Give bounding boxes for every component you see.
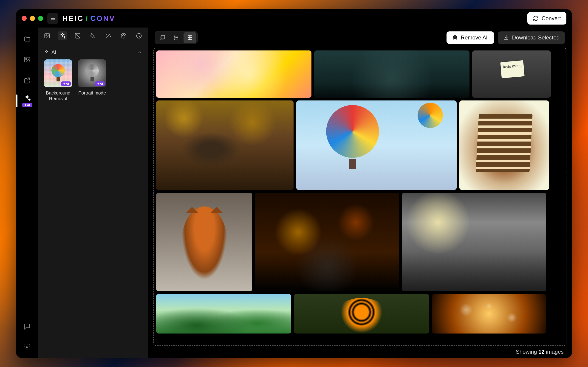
svg-point-12 [123,34,124,35]
ai-cards: ✦AI Background Removal ✦AI Portrait mode [38,59,148,102]
convert-button[interactable]: Convert [527,12,566,25]
download-icon [503,35,509,41]
logo-slash: / [86,14,88,23]
stacked-images-icon [159,35,165,41]
gallery-image[interactable] [255,193,399,291]
view-list-button[interactable] [170,32,183,43]
contrast-icon [74,33,81,39]
list-icon [173,35,179,41]
tool-wand[interactable] [104,31,113,40]
svg-rect-15 [161,35,165,39]
sparkle-icon [59,33,66,39]
status-prefix: Showing [516,349,537,355]
gallery-image[interactable] [402,193,546,291]
tool-sparkle[interactable] [58,31,67,40]
svg-rect-22 [188,35,190,37]
svg-point-7 [46,35,47,36]
tool-pie[interactable] [134,31,143,40]
rail-image[interactable] [21,53,34,66]
logo-heic: HEIC [62,14,84,23]
gallery-image[interactable] [296,100,457,190]
gallery-image[interactable] [156,294,291,334]
svg-point-9 [106,34,107,34]
svg-rect-6 [45,33,50,38]
rail-settings[interactable] [21,340,34,353]
menu-button[interactable] [47,13,58,24]
gallery-dropzone[interactable] [153,48,566,346]
ai-thumb-bg-removal: ✦AI [44,59,72,87]
tool-image[interactable] [43,31,52,40]
wand-icon [105,33,112,39]
image-gallery [156,50,564,343]
section-title: AI [52,49,56,55]
trash-icon [452,35,458,41]
close-window-button[interactable] [22,16,27,21]
app-logo: HEIC / CONV [62,14,115,23]
svg-point-4 [26,58,27,60]
chevron-up-icon [137,50,142,55]
rail-folder[interactable] [21,33,34,45]
convert-button-label: Convert [542,15,561,22]
download-selected-button[interactable]: Download Selected [498,31,565,44]
maximize-window-button[interactable] [38,16,43,21]
svg-rect-3 [24,57,30,62]
gallery-image[interactable] [294,294,429,334]
gallery-image[interactable] [156,50,311,98]
ai-thumb-portrait: ✦AI [78,59,106,87]
side-panel: AI ✦AI Background Removal ✦AI Portra [38,27,148,358]
gallery-image[interactable] [432,294,546,334]
svg-rect-25 [190,38,192,40]
svg-rect-24 [188,38,190,40]
section-header-ai[interactable]: AI [38,44,148,59]
ai-card-label: Background Removal [43,90,73,102]
palette-icon [120,33,127,39]
tool-palette[interactable] [119,31,128,40]
ai-card-background-removal[interactable]: ✦AI Background Removal [43,59,73,102]
rail-export[interactable] [21,74,34,87]
app-window: HEIC / CONV Convert ✦AI [16,9,572,358]
gallery-image[interactable] [156,100,294,190]
svg-point-5 [26,346,28,348]
rail-ai[interactable]: ✦AI [21,94,34,107]
ai-badge: ✦AI [61,81,71,86]
svg-rect-20 [174,37,175,38]
chat-icon [23,323,31,330]
pie-icon [136,33,142,39]
logo-conv: CONV [90,14,115,23]
rail-feedback[interactable] [21,320,34,333]
external-link-icon [23,77,31,84]
ai-card-portrait-mode[interactable]: ✦AI Portrait mode [77,59,107,102]
svg-rect-19 [174,36,175,36]
view-stacked-button[interactable] [156,32,169,43]
sparkle-icon [44,50,49,55]
ai-badge: ✦AI [22,103,32,107]
gallery-image[interactable] [459,100,549,190]
remove-all-label: Remove All [461,34,489,41]
grid-icon [187,35,193,41]
svg-point-10 [110,36,111,36]
minimize-window-button[interactable] [30,16,35,21]
gear-icon [23,343,31,350]
image-icon [44,33,50,39]
main-area: Remove All Download Selected [148,27,572,358]
status-count: 12 [538,349,545,355]
svg-point-13 [124,35,125,35]
status-bar: Showing 12 images [148,346,572,358]
window-controls [22,16,43,21]
ai-card-label: Portrait mode [78,90,106,96]
gallery-image[interactable] [472,50,551,98]
view-toggle [155,31,198,44]
gallery-image[interactable] [314,50,469,98]
tool-contrast[interactable] [73,31,82,40]
tool-fill[interactable] [89,31,98,40]
remove-all-button[interactable]: Remove All [447,31,494,44]
ai-badge: ✦AI [95,81,105,86]
image-icon [23,56,31,63]
svg-rect-21 [174,39,175,40]
view-grid-button[interactable] [183,32,196,43]
status-suffix: images [546,349,564,355]
nav-rail: ✦AI [16,27,38,358]
refresh-icon [533,15,539,21]
panel-toolbar [38,27,148,44]
gallery-image[interactable] [156,193,252,291]
